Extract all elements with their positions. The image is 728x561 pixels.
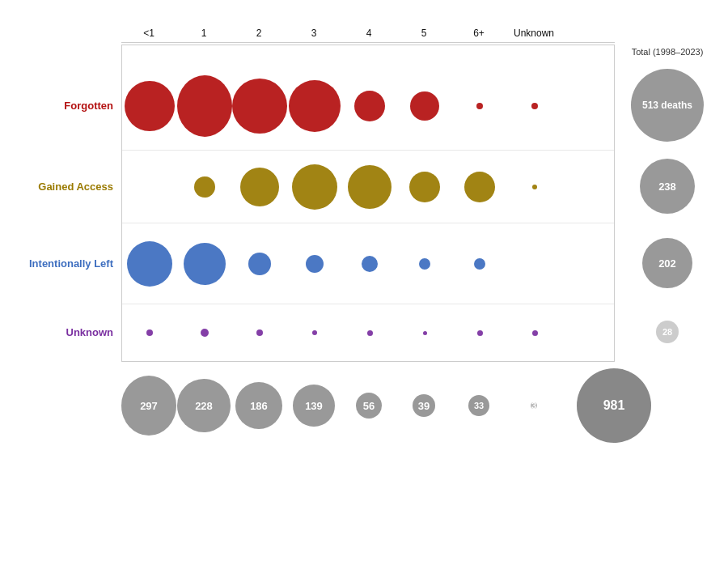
bubble-cell (452, 151, 507, 223)
bubble (240, 168, 279, 206)
bubble-cell (507, 304, 562, 361)
bubble (532, 185, 537, 189)
col-total-bubble: 186 (235, 382, 282, 429)
row-total-cell: 513 deaths (623, 61, 712, 150)
row-total-bubble: 202 (642, 238, 692, 288)
bubble (354, 91, 385, 121)
bubble-cell (287, 62, 342, 151)
bubble-cell (177, 62, 232, 151)
col-total-cell: 39 (396, 369, 451, 442)
circumstance-label-3: Unknown (16, 304, 121, 360)
circumstance-label-2: Intentionally Left (16, 223, 121, 304)
bubble-cell (342, 304, 397, 361)
row-total-bubble: 513 deaths (631, 69, 704, 142)
bubble (477, 330, 483, 336)
bubble (312, 330, 317, 335)
bubble (531, 103, 538, 109)
bubble-cell (177, 304, 232, 361)
bubble-cell (452, 304, 507, 361)
bubble (362, 256, 378, 272)
bubble-cell (122, 304, 177, 361)
col-total-cell: 186 (231, 369, 286, 442)
total-header: Total (1998–2023) (623, 45, 712, 61)
circumstance-label-1: Gained Access (16, 150, 121, 223)
bubble (177, 75, 232, 137)
col-total-cell: 297 (121, 369, 176, 442)
bubble-cell (397, 62, 452, 151)
bubble (146, 329, 153, 336)
circumstance-label-0: Forgotten (16, 61, 121, 150)
bubble (409, 172, 440, 202)
bubble-cell (287, 223, 342, 304)
col-total-bubble: 139 (293, 385, 335, 427)
age-column-header: 5 (396, 28, 451, 39)
bubble (256, 329, 263, 336)
bubble-cell (287, 304, 342, 361)
bubble (306, 255, 324, 273)
bubble (292, 164, 337, 210)
row-total-bubble: 28 (656, 321, 679, 343)
age-column-header: 1 (176, 28, 231, 39)
age-column-header: Unknown (506, 28, 561, 39)
bubble-row-1 (122, 151, 614, 223)
col-total-bubble: 3 (531, 402, 537, 409)
bottom-totals: 2972281861395639333 981 (16, 368, 712, 443)
bubble-cell (232, 304, 287, 361)
bubble-cell (342, 62, 397, 151)
bubble-cell (122, 62, 177, 151)
bubble-cell (232, 223, 287, 304)
bubble-cell (177, 223, 232, 304)
bubble-cell (122, 151, 177, 223)
col-total-bubble: 39 (413, 394, 435, 417)
row-total-bubble: 238 (640, 159, 695, 214)
bubble (232, 79, 287, 134)
bubble-cell (507, 223, 562, 304)
age-column-header: 2 (231, 28, 286, 39)
bubble-cell (122, 223, 177, 304)
bubble (532, 330, 538, 336)
age-column-header: 3 (286, 28, 341, 39)
bubble (410, 91, 439, 121)
bubble-cell (287, 151, 342, 223)
bubble (201, 329, 209, 337)
bubble-row-0 (122, 62, 614, 151)
bubble (125, 81, 175, 131)
bubble (476, 103, 483, 109)
bubble (367, 330, 373, 336)
col-total-bubble: 297 (121, 376, 176, 436)
bubble-cell (452, 62, 507, 151)
bubble (419, 258, 430, 270)
bubble-cell (342, 223, 397, 304)
row-total-cell: 238 (623, 150, 712, 223)
bubble-cell (397, 151, 452, 223)
col-total-cell: 33 (451, 369, 506, 442)
bubble-cell (232, 62, 287, 151)
bubble (474, 258, 485, 270)
bubble-cell (397, 223, 452, 304)
col-total-bubble: 56 (356, 393, 382, 419)
bubble-chart: ForgottenGained AccessIntentionally Left… (16, 45, 712, 362)
bubble (127, 241, 172, 287)
bubble-cell (507, 151, 562, 223)
bubble-cell (397, 304, 452, 361)
bubble (194, 176, 215, 198)
age-column-header: 6+ (451, 28, 506, 39)
bubble-cell (342, 151, 397, 223)
bubble-row-3 (122, 304, 614, 361)
row-total-cell: 28 (623, 304, 712, 360)
bubble (184, 243, 226, 285)
chart-area: <1123456+Unknown ForgottenGained AccessI… (16, 28, 712, 443)
col-total-cell: 56 (341, 369, 396, 442)
bubble (423, 331, 427, 335)
row-total-cell: 202 (623, 223, 712, 304)
col-total-cell: 3 (506, 369, 561, 442)
bubble (248, 253, 271, 275)
bubble-row-2 (122, 223, 614, 304)
bubble-cell (452, 223, 507, 304)
grand-total-bubble: 981 (577, 368, 651, 443)
age-column-header: 4 (341, 28, 396, 39)
bubble (348, 165, 392, 209)
col-total-cell: 228 (176, 369, 231, 442)
bubble-cell (177, 151, 232, 223)
bubble-cell (507, 62, 562, 151)
